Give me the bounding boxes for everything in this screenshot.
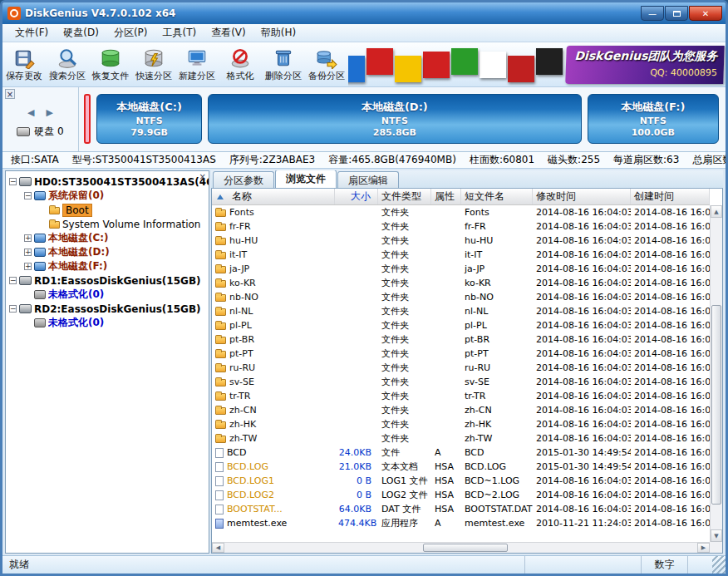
cell-type: 文本文档 — [378, 460, 431, 473]
table-row[interactable]: BCD.LOG 21.0KB 文本文档 HSA BCD.LOG 2015-01-… — [212, 460, 710, 474]
partition-bar-d[interactable]: 本地磁盘(D:) NTFS 285.8GB — [208, 94, 581, 144]
header-created[interactable]: 创建时间 — [631, 189, 710, 204]
header-shortname[interactable]: 短文件名 — [461, 189, 533, 204]
tree-item-hd0[interactable]: − HD0:ST350041ST3500413AS(466GB) — [6, 175, 209, 189]
scroll-left-icon[interactable]: ◀ — [212, 543, 224, 553]
vertical-scrollbar[interactable]: ▲ ▼ — [710, 205, 722, 542]
table-row[interactable]: zh-CN 文件夹 zh-CN 2014-08-16 16:04:03 2014… — [212, 403, 710, 417]
collapse-icon[interactable]: − — [9, 305, 17, 313]
cell-type: 文件 — [378, 446, 431, 459]
tree-item-rd2[interactable]: − RD2:EassosDiskGenius(15GB) — [6, 302, 209, 316]
cell-name: memtest.exe — [212, 518, 335, 529]
table-row[interactable]: BCD 24.0KB 文件 A BCD 2015-01-30 14:49:54 … — [212, 446, 710, 460]
tree-item-rd2-unformatted[interactable]: 未格式化(0) — [6, 316, 209, 330]
file-type-icon — [215, 280, 226, 288]
search-partition-button[interactable]: 搜索分区 — [46, 42, 89, 86]
tab-browse-files[interactable]: 浏览文件 — [275, 170, 337, 188]
vertical-scroll-thumb[interactable] — [711, 305, 721, 505]
partition-bar-f[interactable]: 本地磁盘(F:) NTFS 100.0GB — [588, 94, 719, 144]
table-row[interactable]: BOOTSTAT... 64.0KB DAT 文件 HSA BOOTSTAT.D… — [212, 502, 710, 516]
table-row[interactable]: zh-HK 文件夹 zh-HK 2014-08-16 16:04:03 2014… — [212, 417, 710, 431]
tree-item-local-disk-d[interactable]: + 本地磁盘(D:) — [6, 245, 209, 259]
tree-item-system-volume-information[interactable]: System Volume Information — [6, 217, 209, 231]
horizontal-scroll-thumb[interactable] — [423, 544, 508, 552]
table-row[interactable]: nb-NO 文件夹 nb-NO 2014-08-16 16:04:03 2014… — [212, 290, 710, 304]
next-disk-button[interactable]: ▶ — [47, 107, 53, 118]
backup-partition-button[interactable]: 备份分区 — [305, 42, 348, 86]
table-row[interactable]: BCD.LOG2 0 B LOG2 文件 HSA BCD~2.LOG 2014-… — [212, 488, 710, 502]
tree-item-system-reserved[interactable]: − 系统保留(0) — [6, 189, 209, 203]
cell-shortname: tr-TR — [461, 391, 533, 401]
table-row[interactable]: Fonts 文件夹 Fonts 2014-08-16 16:04:03 2014… — [212, 205, 710, 219]
partition-icon — [34, 248, 46, 257]
tree-item-rd1-unformatted[interactable]: 未格式化(0) — [6, 288, 209, 302]
menu-disk[interactable]: 硬盘(D) — [56, 24, 106, 42]
menu-view[interactable]: 查看(V) — [204, 24, 253, 42]
resize-grip[interactable] — [712, 556, 726, 574]
tab-sector-edit[interactable]: 扇区编辑 — [337, 171, 399, 188]
close-button[interactable]: ✕ — [689, 6, 722, 21]
table-row[interactable]: ru-RU 文件夹 ru-RU 2014-08-16 16:04:03 2014… — [212, 361, 710, 375]
scroll-right-icon[interactable]: ▶ — [697, 543, 710, 553]
recover-files-button[interactable]: 恢复文件 — [89, 42, 132, 86]
expand-icon[interactable]: + — [24, 263, 32, 270]
header-modified[interactable]: 修改时间 — [533, 189, 631, 204]
table-row[interactable]: nl-NL 文件夹 nl-NL 2014-08-16 16:04:03 2014… — [212, 304, 710, 318]
table-row[interactable]: ja-JP 文件夹 ja-JP 2014-08-16 16:04:03 2014… — [212, 262, 710, 276]
tree-close-icon[interactable]: × — [199, 172, 206, 181]
tree-item-local-disk-f[interactable]: + 本地磁盘(F:) — [6, 259, 209, 273]
table-row[interactable]: ko-KR 文件夹 ko-KR 2014-08-16 16:04:03 2014… — [212, 276, 710, 290]
format-button[interactable]: 格式化 — [219, 42, 262, 86]
minimize-button[interactable]: — — [641, 6, 664, 21]
table-row[interactable]: pt-BR 文件夹 pt-BR 2014-08-16 16:04:03 2014… — [212, 332, 710, 347]
horizontal-scroll-track[interactable] — [224, 543, 697, 553]
cell-created: 2014-08-16 16:04:03 — [631, 433, 710, 444]
cell-shortname: nb-NO — [461, 292, 533, 303]
horizontal-scrollbar[interactable]: ◀ ▶ — [212, 542, 710, 553]
tree-item-rd1[interactable]: − RD1:EassosDiskGenius(15GB) — [6, 273, 209, 288]
header-size[interactable]: 大小 — [335, 189, 378, 204]
table-row[interactable]: BCD.LOG1 0 B LOG1 文件 HSA BCD~1.LOG 2014-… — [212, 474, 710, 488]
menu-tools[interactable]: 工具(T) — [155, 24, 204, 42]
vertical-scroll-track[interactable] — [711, 218, 722, 529]
header-type[interactable]: 文件类型 — [378, 189, 431, 204]
file-type-icon — [215, 308, 226, 316]
panel-close-icon[interactable]: × — [5, 89, 15, 99]
expand-icon[interactable]: + — [24, 234, 32, 242]
cell-created: 2014-08-16 16:04:03 — [631, 278, 710, 288]
disk-name: 硬盘 0 — [34, 125, 63, 139]
table-row[interactable]: it-IT 文件夹 it-IT 2014-08-16 16:04:03 2014… — [212, 248, 710, 262]
scroll-up-icon[interactable]: ▲ — [711, 205, 722, 218]
collapse-icon[interactable]: − — [9, 178, 17, 185]
promo-banner[interactable]: DiskGenius团队为您服务 QQ: 40000895 — [348, 42, 726, 86]
menu-partition[interactable]: 分区(P) — [106, 24, 155, 42]
table-row[interactable]: hu-HU 文件夹 hu-HU 2014-08-16 16:04:03 2014… — [212, 234, 710, 248]
quick-partition-button[interactable]: 快速分区 — [132, 42, 175, 86]
tree-item-boot[interactable]: Boot — [6, 203, 209, 217]
collapse-icon[interactable]: − — [9, 277, 17, 284]
header-name[interactable]: 名称 — [212, 189, 335, 204]
table-row[interactable]: fr-FR 文件夹 fr-FR 2014-08-16 16:04:03 2014… — [212, 219, 710, 234]
menu-file[interactable]: 文件(F) — [7, 24, 56, 42]
menu-help[interactable]: 帮助(H) — [253, 24, 303, 42]
prev-disk-button[interactable]: ◀ — [27, 107, 34, 118]
table-row[interactable]: memtest.exe 474.4KB 应用程序 A memtest.exe 2… — [212, 516, 710, 530]
format-icon — [229, 47, 251, 69]
expand-icon[interactable]: + — [24, 249, 32, 256]
header-attributes[interactable]: 属性 — [431, 189, 461, 204]
table-row[interactable]: pt-PT 文件夹 pt-PT 2014-08-16 16:04:03 2014… — [212, 347, 710, 361]
table-row[interactable]: tr-TR 文件夹 tr-TR 2014-08-16 16:04:03 2014… — [212, 389, 710, 403]
delete-partition-button[interactable]: 删除分区 — [262, 42, 305, 86]
new-partition-button[interactable]: 新建分区 — [175, 42, 219, 86]
table-row[interactable]: pl-PL 文件夹 pl-PL 2014-08-16 16:04:03 2014… — [212, 318, 710, 332]
table-row[interactable]: zh-TW 文件夹 zh-TW 2014-08-16 16:04:03 2014… — [212, 431, 710, 446]
tree-item-local-disk-c[interactable]: + 本地磁盘(C:) — [6, 231, 209, 245]
collapse-icon[interactable]: − — [24, 192, 32, 199]
partition-bar-c[interactable]: 本地磁盘(C:) NTFS 79.9GB — [96, 94, 202, 144]
maximize-button[interactable] — [665, 6, 688, 21]
tab-partition-parameters[interactable]: 分区参数 — [213, 171, 274, 188]
partition-bar-system-reserved[interactable] — [84, 94, 91, 144]
table-row[interactable]: sv-SE 文件夹 sv-SE 2014-08-16 16:04:03 2014… — [212, 375, 710, 389]
save-changes-button[interactable]: 保存更改 — [2, 42, 46, 86]
scroll-down-icon[interactable]: ▼ — [711, 529, 722, 542]
